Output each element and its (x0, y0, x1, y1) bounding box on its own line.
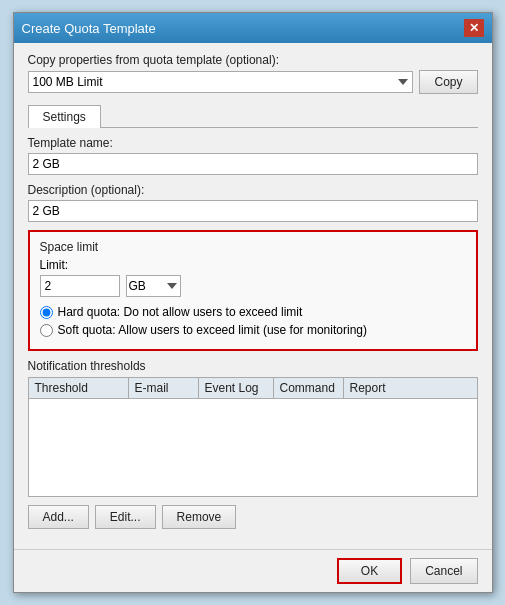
description-input[interactable] (28, 200, 478, 222)
create-quota-template-dialog: Create Quota Template ✕ Copy properties … (13, 12, 493, 593)
copy-properties-label: Copy properties from quota template (opt… (28, 53, 478, 67)
notification-title: Notification thresholds (28, 359, 478, 373)
col-event-log: Event Log (199, 378, 274, 398)
copy-properties-group: Copy properties from quota template (opt… (28, 53, 478, 94)
notification-section: Notification thresholds Threshold E-mail… (28, 359, 478, 497)
space-limit-title: Space limit (40, 240, 466, 254)
limit-value-input[interactable] (40, 275, 120, 297)
col-email: E-mail (129, 378, 199, 398)
hard-quota-label: Hard quota: Do not allow users to exceed… (58, 305, 303, 319)
remove-button[interactable]: Remove (162, 505, 237, 529)
copy-properties-row: 100 MB Limit 200 MB Limit 1 GB Limit 2 G… (28, 70, 478, 94)
window-title: Create Quota Template (22, 21, 156, 36)
template-select[interactable]: 100 MB Limit 200 MB Limit 1 GB Limit 2 G… (28, 71, 414, 93)
hard-quota-radio[interactable] (40, 306, 53, 319)
tab-bar: Settings (28, 104, 478, 128)
tab-settings[interactable]: Settings (28, 105, 101, 128)
action-buttons: Add... Edit... Remove (28, 505, 478, 529)
unit-select[interactable]: GB MB TB (126, 275, 181, 297)
soft-quota-radio[interactable] (40, 324, 53, 337)
limit-label: Limit: (40, 258, 181, 272)
limit-row: Limit: GB MB TB (40, 258, 466, 297)
template-name-input[interactable] (28, 153, 478, 175)
limit-input-group: Limit: GB MB TB (40, 258, 181, 297)
hard-quota-row: Hard quota: Do not allow users to exceed… (40, 305, 466, 319)
add-button[interactable]: Add... (28, 505, 89, 529)
description-label: Description (optional): (28, 183, 478, 197)
ok-button[interactable]: OK (337, 558, 402, 584)
soft-quota-row: Soft quota: Allow users to exceed limit … (40, 323, 466, 337)
title-bar: Create Quota Template ✕ (14, 13, 492, 43)
notification-table: Threshold E-mail Event Log Command Repor… (28, 377, 478, 497)
col-threshold: Threshold (29, 378, 129, 398)
dialog-footer: OK Cancel (14, 549, 492, 592)
soft-quota-label: Soft quota: Allow users to exceed limit … (58, 323, 367, 337)
table-header: Threshold E-mail Event Log Command Repor… (29, 378, 477, 399)
edit-button[interactable]: Edit... (95, 505, 156, 529)
dialog-content: Copy properties from quota template (opt… (14, 43, 492, 549)
tab-content-settings: Template name: Description (optional): S… (28, 136, 478, 529)
cancel-button[interactable]: Cancel (410, 558, 477, 584)
col-report: Report (344, 378, 477, 398)
space-limit-box: Space limit Limit: GB MB TB (28, 230, 478, 351)
template-name-group: Template name: (28, 136, 478, 175)
template-name-label: Template name: (28, 136, 478, 150)
col-command: Command (274, 378, 344, 398)
close-button[interactable]: ✕ (464, 19, 484, 37)
copy-button[interactable]: Copy (419, 70, 477, 94)
description-group: Description (optional): (28, 183, 478, 222)
